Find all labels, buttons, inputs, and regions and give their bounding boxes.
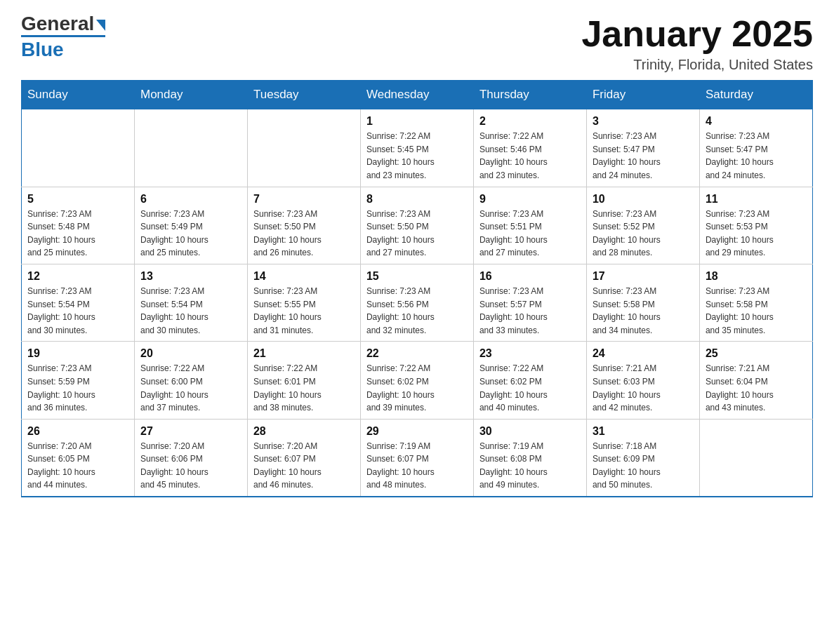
day-number: 16 [479,270,581,283]
calendar-cell: 9Sunrise: 7:23 AM Sunset: 5:51 PM Daylig… [473,187,586,264]
calendar-cell: 21Sunrise: 7:22 AM Sunset: 6:01 PM Dayli… [247,342,360,419]
day-info: Sunrise: 7:22 AM Sunset: 6:02 PM Dayligh… [479,362,581,414]
day-info: Sunrise: 7:20 AM Sunset: 6:05 PM Dayligh… [27,440,128,492]
day-number: 13 [140,270,241,283]
calendar-cell: 8Sunrise: 7:23 AM Sunset: 5:50 PM Daylig… [360,187,473,264]
calendar-cell: 15Sunrise: 7:23 AM Sunset: 5:56 PM Dayli… [360,264,473,341]
calendar-week-row: 19Sunrise: 7:23 AM Sunset: 5:59 PM Dayli… [22,342,813,419]
day-number: 10 [593,193,694,206]
calendar-week-row: 12Sunrise: 7:23 AM Sunset: 5:54 PM Dayli… [22,264,813,341]
calendar-cell: 25Sunrise: 7:21 AM Sunset: 6:04 PM Dayli… [699,342,812,419]
calendar-cell: 17Sunrise: 7:23 AM Sunset: 5:58 PM Dayli… [586,264,699,341]
calendar-cell: 10Sunrise: 7:23 AM Sunset: 5:52 PM Dayli… [586,187,699,264]
logo-blue-text: Blue [21,39,64,60]
calendar-cell: 14Sunrise: 7:23 AM Sunset: 5:55 PM Dayli… [247,264,360,341]
day-info: Sunrise: 7:23 AM Sunset: 5:52 PM Dayligh… [593,208,694,260]
day-number: 29 [366,425,468,438]
calendar-cell: 26Sunrise: 7:20 AM Sunset: 6:05 PM Dayli… [22,419,135,497]
calendar-cell: 19Sunrise: 7:23 AM Sunset: 5:59 PM Dayli… [22,342,135,419]
calendar-cell: 3Sunrise: 7:23 AM Sunset: 5:47 PM Daylig… [586,109,699,187]
calendar-header-row: SundayMondayTuesdayWednesdayThursdayFrid… [22,81,813,109]
calendar-cell: 16Sunrise: 7:23 AM Sunset: 5:57 PM Dayli… [473,264,586,341]
day-number: 31 [593,425,694,438]
day-number: 9 [479,193,581,206]
day-number: 21 [253,347,355,360]
day-number: 8 [366,193,468,206]
day-number: 26 [27,425,128,438]
day-of-week-header: Thursday [473,81,586,109]
day-info: Sunrise: 7:18 AM Sunset: 6:09 PM Dayligh… [593,440,694,492]
day-info: Sunrise: 7:22 AM Sunset: 5:46 PM Dayligh… [479,130,581,182]
day-number: 15 [366,270,468,283]
day-number: 7 [253,193,355,206]
day-info: Sunrise: 7:23 AM Sunset: 5:49 PM Dayligh… [140,208,241,260]
calendar-cell [22,109,135,187]
calendar-cell [247,109,360,187]
day-number: 3 [593,115,694,128]
calendar-cell: 27Sunrise: 7:20 AM Sunset: 6:06 PM Dayli… [134,419,247,497]
day-number: 12 [27,270,128,283]
calendar-cell: 28Sunrise: 7:20 AM Sunset: 6:07 PM Dayli… [247,419,360,497]
calendar-cell: 29Sunrise: 7:19 AM Sunset: 6:07 PM Dayli… [360,419,473,497]
day-info: Sunrise: 7:23 AM Sunset: 5:56 PM Dayligh… [366,285,468,337]
day-info: Sunrise: 7:23 AM Sunset: 5:53 PM Dayligh… [706,208,807,260]
day-info: Sunrise: 7:23 AM Sunset: 5:58 PM Dayligh… [706,285,807,337]
day-info: Sunrise: 7:21 AM Sunset: 6:04 PM Dayligh… [706,362,807,414]
calendar-cell [699,419,812,497]
day-info: Sunrise: 7:22 AM Sunset: 6:00 PM Dayligh… [140,362,241,414]
day-info: Sunrise: 7:23 AM Sunset: 5:54 PM Dayligh… [140,285,241,337]
day-info: Sunrise: 7:20 AM Sunset: 6:07 PM Dayligh… [253,440,355,492]
calendar-week-row: 1Sunrise: 7:22 AM Sunset: 5:45 PM Daylig… [22,109,813,187]
day-info: Sunrise: 7:23 AM Sunset: 5:47 PM Dayligh… [706,130,807,182]
day-of-week-header: Wednesday [360,81,473,109]
day-number: 30 [479,425,581,438]
day-info: Sunrise: 7:19 AM Sunset: 6:07 PM Dayligh… [366,440,468,492]
day-info: Sunrise: 7:21 AM Sunset: 6:03 PM Dayligh… [593,362,694,414]
day-number: 28 [253,425,355,438]
day-number: 11 [706,193,807,206]
calendar-cell: 11Sunrise: 7:23 AM Sunset: 5:53 PM Dayli… [699,187,812,264]
calendar-table: SundayMondayTuesdayWednesdayThursdayFrid… [21,80,813,497]
day-number: 22 [366,347,468,360]
calendar-cell: 18Sunrise: 7:23 AM Sunset: 5:58 PM Dayli… [699,264,812,341]
logo-text: General [21,14,105,34]
day-info: Sunrise: 7:23 AM Sunset: 5:55 PM Dayligh… [253,285,355,337]
day-info: Sunrise: 7:23 AM Sunset: 5:58 PM Dayligh… [593,285,694,337]
calendar-cell: 30Sunrise: 7:19 AM Sunset: 6:08 PM Dayli… [473,419,586,497]
day-info: Sunrise: 7:23 AM Sunset: 5:59 PM Dayligh… [27,362,128,414]
day-number: 20 [140,347,241,360]
day-info: Sunrise: 7:23 AM Sunset: 5:48 PM Dayligh… [27,208,128,260]
day-info: Sunrise: 7:23 AM Sunset: 5:54 PM Dayligh… [27,285,128,337]
day-of-week-header: Tuesday [247,81,360,109]
title-block: January 2025 Trinity, Florida, United St… [581,14,813,73]
month-title: January 2025 [581,14,813,54]
day-of-week-header: Monday [134,81,247,109]
day-info: Sunrise: 7:23 AM Sunset: 5:50 PM Dayligh… [366,208,468,260]
day-info: Sunrise: 7:22 AM Sunset: 6:02 PM Dayligh… [366,362,468,414]
calendar-cell: 31Sunrise: 7:18 AM Sunset: 6:09 PM Dayli… [586,419,699,497]
day-number: 1 [366,115,468,128]
day-info: Sunrise: 7:23 AM Sunset: 5:50 PM Dayligh… [253,208,355,260]
calendar-cell: 13Sunrise: 7:23 AM Sunset: 5:54 PM Dayli… [134,264,247,341]
day-of-week-header: Saturday [699,81,812,109]
calendar-cell: 5Sunrise: 7:23 AM Sunset: 5:48 PM Daylig… [22,187,135,264]
calendar-cell: 2Sunrise: 7:22 AM Sunset: 5:46 PM Daylig… [473,109,586,187]
day-info: Sunrise: 7:20 AM Sunset: 6:06 PM Dayligh… [140,440,241,492]
calendar-cell: 1Sunrise: 7:22 AM Sunset: 5:45 PM Daylig… [360,109,473,187]
day-number: 23 [479,347,581,360]
calendar-week-row: 26Sunrise: 7:20 AM Sunset: 6:05 PM Dayli… [22,419,813,497]
day-of-week-header: Friday [586,81,699,109]
day-number: 25 [706,347,807,360]
calendar-cell: 24Sunrise: 7:21 AM Sunset: 6:03 PM Dayli… [586,342,699,419]
calendar-cell: 20Sunrise: 7:22 AM Sunset: 6:00 PM Dayli… [134,342,247,419]
day-info: Sunrise: 7:23 AM Sunset: 5:57 PM Dayligh… [479,285,581,337]
day-info: Sunrise: 7:23 AM Sunset: 5:47 PM Dayligh… [593,130,694,182]
calendar-cell: 6Sunrise: 7:23 AM Sunset: 5:49 PM Daylig… [134,187,247,264]
day-number: 18 [706,270,807,283]
calendar-week-row: 5Sunrise: 7:23 AM Sunset: 5:48 PM Daylig… [22,187,813,264]
day-number: 17 [593,270,694,283]
logo: General Blue [21,14,105,61]
calendar-cell [134,109,247,187]
day-of-week-header: Sunday [22,81,135,109]
day-number: 4 [706,115,807,128]
